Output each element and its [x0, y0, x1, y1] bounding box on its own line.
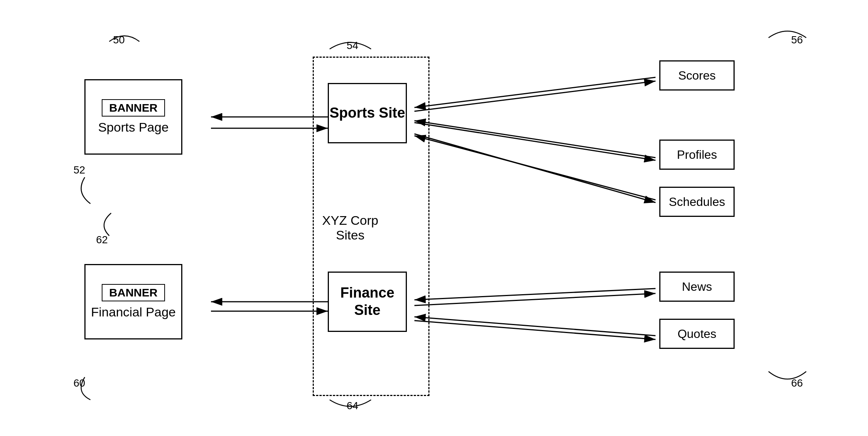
svg-line-12	[414, 289, 656, 300]
svg-line-15	[414, 321, 656, 339]
banner-finance-label: BANNER	[102, 284, 165, 301]
profiles-label: Profiles	[677, 148, 717, 162]
ref-52: 52	[73, 164, 85, 176]
svg-line-13	[414, 293, 656, 306]
banner-sports-label: BANNER	[102, 99, 165, 117]
ref-50: 50	[113, 34, 125, 46]
banner-sports-box: BANNER Sports Page	[84, 79, 182, 155]
xyz-corp-label: XYZ Corp Sites	[322, 213, 378, 243]
sports-page-label: Sports Page	[98, 120, 168, 135]
ref-62: 62	[96, 234, 108, 246]
quotes-box: Quotes	[659, 319, 735, 349]
news-label: News	[682, 280, 712, 294]
scores-box: Scores	[659, 60, 735, 91]
banner-finance-box: BANNER Financial Page	[84, 264, 182, 339]
ref-56: 56	[791, 34, 803, 46]
schedules-box: Schedules	[659, 187, 735, 217]
profiles-box: Profiles	[659, 140, 735, 170]
scores-label: Scores	[678, 69, 716, 83]
svg-line-4	[414, 77, 656, 107]
arrows-svg	[0, 0, 868, 436]
svg-line-6	[414, 136, 656, 200]
schedules-label: Schedules	[669, 195, 725, 209]
svg-line-9	[414, 134, 656, 203]
sports-site-label: Sports Site	[330, 104, 405, 122]
quotes-label: Quotes	[677, 327, 716, 341]
ref-66: 66	[791, 377, 803, 389]
finance-site-label: Finance Site	[329, 284, 406, 319]
diagram: XYZ Corp Sites BANNER Sports Page Sports…	[0, 0, 868, 436]
finance-page-label: Financial Page	[91, 304, 176, 320]
news-box: News	[659, 272, 735, 302]
svg-line-8	[414, 123, 656, 160]
ref-64: 64	[347, 400, 358, 412]
svg-line-7	[414, 81, 656, 111]
finance-site-box: Finance Site	[328, 272, 407, 332]
svg-line-14	[414, 317, 656, 336]
ref-60: 60	[73, 377, 85, 389]
ref-54: 54	[347, 40, 358, 52]
sports-site-box: Sports Site	[328, 83, 407, 143]
svg-line-5	[414, 121, 656, 158]
